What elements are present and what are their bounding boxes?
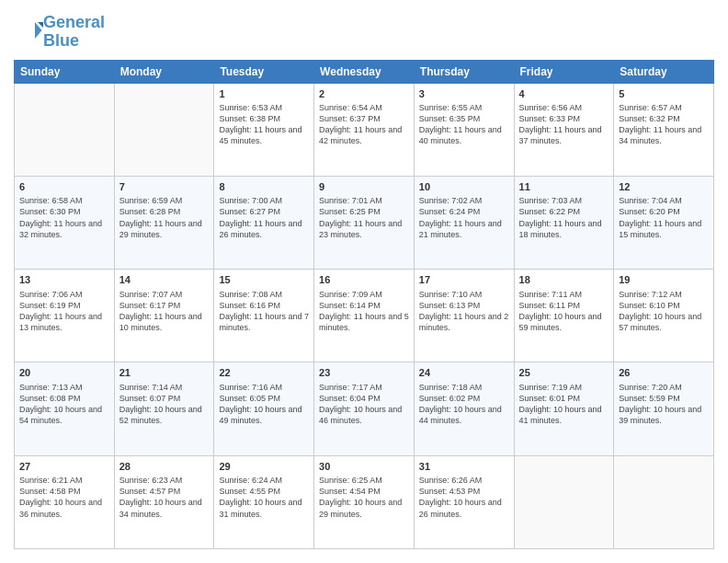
day-number: 20 <box>19 366 109 380</box>
day-number: 24 <box>419 366 509 380</box>
calendar-day-cell: 27Sunrise: 6:21 AM Sunset: 4:58 PM Dayli… <box>15 455 115 548</box>
day-info: Sunrise: 7:08 AM Sunset: 6:16 PM Dayligh… <box>219 289 309 334</box>
calendar-day-cell: 17Sunrise: 7:10 AM Sunset: 6:13 PM Dayli… <box>414 270 514 362</box>
day-info: Sunrise: 7:13 AM Sunset: 6:08 PM Dayligh… <box>19 382 109 427</box>
day-info: Sunrise: 6:24 AM Sunset: 4:55 PM Dayligh… <box>219 475 309 520</box>
calendar-day-cell: 26Sunrise: 7:20 AM Sunset: 5:59 PM Dayli… <box>614 362 714 455</box>
calendar-day-cell: 21Sunrise: 7:14 AM Sunset: 6:07 PM Dayli… <box>114 362 214 455</box>
calendar-day-cell <box>114 83 214 176</box>
calendar-week-row: 27Sunrise: 6:21 AM Sunset: 4:58 PM Dayli… <box>15 455 714 548</box>
day-info: Sunrise: 6:57 AM Sunset: 6:32 PM Dayligh… <box>619 102 709 147</box>
day-number: 5 <box>619 87 709 101</box>
calendar-week-row: 1Sunrise: 6:53 AM Sunset: 6:38 PM Daylig… <box>15 83 714 176</box>
day-number: 13 <box>19 273 109 287</box>
day-info: Sunrise: 7:20 AM Sunset: 5:59 PM Dayligh… <box>619 382 709 427</box>
calendar-day-cell: 6Sunrise: 6:58 AM Sunset: 6:30 PM Daylig… <box>15 176 115 269</box>
day-number: 1 <box>219 87 309 101</box>
calendar-day-cell: 12Sunrise: 7:04 AM Sunset: 6:20 PM Dayli… <box>614 176 714 269</box>
calendar-week-row: 6Sunrise: 6:58 AM Sunset: 6:30 PM Daylig… <box>15 176 714 269</box>
day-info: Sunrise: 7:19 AM Sunset: 6:01 PM Dayligh… <box>519 382 609 427</box>
calendar-day-cell: 29Sunrise: 6:24 AM Sunset: 4:55 PM Dayli… <box>214 455 314 548</box>
day-number: 15 <box>219 273 309 287</box>
day-info: Sunrise: 7:07 AM Sunset: 6:17 PM Dayligh… <box>119 289 210 334</box>
day-number: 29 <box>219 460 309 474</box>
day-info: Sunrise: 6:26 AM Sunset: 4:53 PM Dayligh… <box>419 475 509 520</box>
calendar-day-cell: 2Sunrise: 6:54 AM Sunset: 6:37 PM Daylig… <box>314 83 415 176</box>
calendar-table: SundayMondayTuesdayWednesdayThursdayFrid… <box>14 60 714 549</box>
logo-icon <box>16 17 43 44</box>
calendar-day-cell: 11Sunrise: 7:03 AM Sunset: 6:22 PM Dayli… <box>514 176 614 269</box>
day-info: Sunrise: 6:21 AM Sunset: 4:58 PM Dayligh… <box>19 475 109 520</box>
day-info: Sunrise: 6:25 AM Sunset: 4:54 PM Dayligh… <box>319 475 409 520</box>
day-number: 12 <box>619 180 709 194</box>
calendar-day-cell: 1Sunrise: 6:53 AM Sunset: 6:38 PM Daylig… <box>214 83 314 176</box>
calendar-day-cell: 28Sunrise: 6:23 AM Sunset: 4:57 PM Dayli… <box>114 455 214 548</box>
day-number: 4 <box>519 87 609 101</box>
day-of-week-header: Thursday <box>414 60 514 83</box>
day-number: 31 <box>419 460 509 474</box>
day-info: Sunrise: 7:10 AM Sunset: 6:13 PM Dayligh… <box>419 289 509 334</box>
calendar-week-row: 13Sunrise: 7:06 AM Sunset: 6:19 PM Dayli… <box>15 270 714 362</box>
day-info: Sunrise: 6:58 AM Sunset: 6:30 PM Dayligh… <box>19 195 109 240</box>
calendar-day-cell: 20Sunrise: 7:13 AM Sunset: 6:08 PM Dayli… <box>15 362 115 455</box>
page: General Blue SundayMondayTuesdayWednesda… <box>0 0 728 563</box>
calendar-day-cell: 16Sunrise: 7:09 AM Sunset: 6:14 PM Dayli… <box>314 270 415 362</box>
day-of-week-header: Wednesday <box>314 60 415 83</box>
calendar-day-cell: 7Sunrise: 6:59 AM Sunset: 6:28 PM Daylig… <box>114 176 214 269</box>
day-info: Sunrise: 7:12 AM Sunset: 6:10 PM Dayligh… <box>619 289 709 334</box>
day-of-week-header: Saturday <box>614 60 714 83</box>
logo-text: General Blue <box>43 14 105 51</box>
day-info: Sunrise: 6:56 AM Sunset: 6:33 PM Dayligh… <box>519 102 609 147</box>
day-number: 7 <box>119 180 210 194</box>
day-number: 2 <box>319 87 409 101</box>
day-number: 19 <box>619 273 709 287</box>
day-info: Sunrise: 6:54 AM Sunset: 6:37 PM Dayligh… <box>319 102 409 147</box>
calendar-day-cell: 31Sunrise: 6:26 AM Sunset: 4:53 PM Dayli… <box>414 455 514 548</box>
day-info: Sunrise: 7:01 AM Sunset: 6:25 PM Dayligh… <box>319 195 409 240</box>
day-info: Sunrise: 7:04 AM Sunset: 6:20 PM Dayligh… <box>619 195 709 240</box>
calendar-header-row: SundayMondayTuesdayWednesdayThursdayFrid… <box>15 60 714 83</box>
calendar-day-cell: 15Sunrise: 7:08 AM Sunset: 6:16 PM Dayli… <box>214 270 314 362</box>
header: General Blue <box>14 14 714 51</box>
day-number: 22 <box>219 366 309 380</box>
day-number: 10 <box>419 180 509 194</box>
day-info: Sunrise: 6:59 AM Sunset: 6:28 PM Dayligh… <box>119 195 210 240</box>
calendar-day-cell: 5Sunrise: 6:57 AM Sunset: 6:32 PM Daylig… <box>614 83 714 176</box>
calendar-day-cell: 18Sunrise: 7:11 AM Sunset: 6:11 PM Dayli… <box>514 270 614 362</box>
day-info: Sunrise: 6:53 AM Sunset: 6:38 PM Dayligh… <box>219 102 309 147</box>
day-number: 18 <box>519 273 609 287</box>
day-info: Sunrise: 7:16 AM Sunset: 6:05 PM Dayligh… <box>219 382 309 427</box>
calendar-day-cell: 8Sunrise: 7:00 AM Sunset: 6:27 PM Daylig… <box>214 176 314 269</box>
day-number: 11 <box>519 180 609 194</box>
day-info: Sunrise: 7:06 AM Sunset: 6:19 PM Dayligh… <box>19 289 109 334</box>
calendar-day-cell: 22Sunrise: 7:16 AM Sunset: 6:05 PM Dayli… <box>214 362 314 455</box>
calendar-day-cell <box>514 455 614 548</box>
calendar-day-cell <box>614 455 714 548</box>
logo: General Blue <box>14 14 105 51</box>
day-number: 30 <box>319 460 409 474</box>
day-info: Sunrise: 7:02 AM Sunset: 6:24 PM Dayligh… <box>419 195 509 240</box>
calendar-day-cell: 13Sunrise: 7:06 AM Sunset: 6:19 PM Dayli… <box>15 270 115 362</box>
day-number: 27 <box>19 460 109 474</box>
calendar-day-cell: 4Sunrise: 6:56 AM Sunset: 6:33 PM Daylig… <box>514 83 614 176</box>
day-number: 26 <box>619 366 709 380</box>
day-number: 8 <box>219 180 309 194</box>
day-number: 6 <box>19 180 109 194</box>
day-number: 14 <box>119 273 210 287</box>
calendar-day-cell: 14Sunrise: 7:07 AM Sunset: 6:17 PM Dayli… <box>114 270 214 362</box>
day-of-week-header: Sunday <box>15 60 115 83</box>
day-info: Sunrise: 7:18 AM Sunset: 6:02 PM Dayligh… <box>419 382 509 427</box>
calendar-day-cell: 10Sunrise: 7:02 AM Sunset: 6:24 PM Dayli… <box>414 176 514 269</box>
day-of-week-header: Monday <box>114 60 214 83</box>
day-number: 23 <box>319 366 409 380</box>
day-number: 17 <box>419 273 509 287</box>
day-info: Sunrise: 7:17 AM Sunset: 6:04 PM Dayligh… <box>319 382 409 427</box>
calendar-day-cell: 9Sunrise: 7:01 AM Sunset: 6:25 PM Daylig… <box>314 176 415 269</box>
calendar-day-cell: 19Sunrise: 7:12 AM Sunset: 6:10 PM Dayli… <box>614 270 714 362</box>
calendar-day-cell: 3Sunrise: 6:55 AM Sunset: 6:35 PM Daylig… <box>414 83 514 176</box>
day-info: Sunrise: 6:23 AM Sunset: 4:57 PM Dayligh… <box>119 475 210 520</box>
day-number: 3 <box>419 87 509 101</box>
day-of-week-header: Tuesday <box>214 60 314 83</box>
day-info: Sunrise: 7:03 AM Sunset: 6:22 PM Dayligh… <box>519 195 609 240</box>
day-number: 9 <box>319 180 409 194</box>
